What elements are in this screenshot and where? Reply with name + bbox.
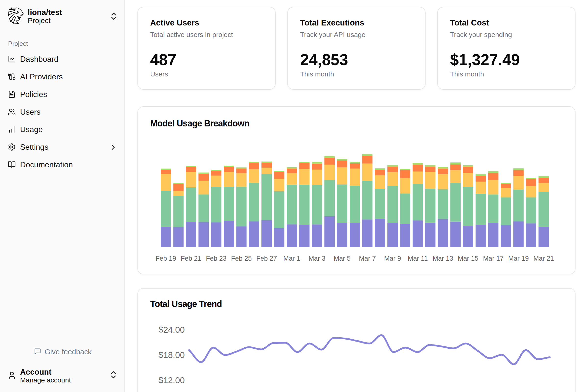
svg-text:Mar 13: Mar 13	[433, 255, 453, 262]
svg-text:Mar 17: Mar 17	[483, 255, 504, 262]
svg-text:$18.00: $18.00	[158, 350, 185, 360]
svg-text:Mar 19: Mar 19	[508, 255, 529, 262]
svg-text:Mar 3: Mar 3	[308, 255, 325, 262]
svg-text:Mar 11: Mar 11	[408, 255, 428, 262]
svg-text:Feb 25: Feb 25	[231, 255, 252, 262]
svg-text:$12.00: $12.00	[158, 375, 185, 385]
svg-text:Mar 7: Mar 7	[359, 255, 376, 262]
svg-text:Mar 9: Mar 9	[384, 255, 401, 262]
svg-text:Mar 1: Mar 1	[283, 255, 300, 262]
svg-text:Mar 5: Mar 5	[334, 255, 350, 262]
svg-text:Feb 27: Feb 27	[256, 255, 277, 262]
svg-text:Mar 21: Mar 21	[533, 255, 554, 262]
svg-text:Feb 23: Feb 23	[206, 255, 226, 262]
svg-text:Feb 19: Feb 19	[156, 255, 176, 262]
svg-text:Feb 21: Feb 21	[181, 255, 202, 262]
svg-text:Mar 15: Mar 15	[458, 255, 478, 262]
svg-text:$24.00: $24.00	[158, 325, 185, 334]
